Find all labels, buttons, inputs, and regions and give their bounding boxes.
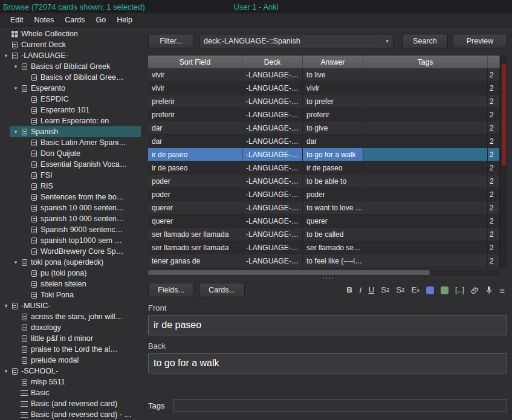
sidebar-item[interactable]: pu (toki pona) <box>0 268 141 279</box>
card-row[interactable]: tener ganas de-LANGUAGE-…to feel like (-… <box>148 254 500 268</box>
sidebar-item[interactable]: FSI <box>0 170 141 181</box>
menu-edit[interactable]: Edit <box>5 15 29 25</box>
card-row[interactable]: ser llamado ser llamada-LANGUAGE-…to be … <box>148 228 500 241</box>
splitter-handle[interactable] <box>148 276 507 280</box>
card-row[interactable]: ser llamado ser llamada-LANGUAGE-…ser ll… <box>148 241 500 254</box>
horizontal-scrollbar-thumb[interactable] <box>148 270 430 275</box>
field-input-back[interactable]: to go for a walk <box>148 353 507 373</box>
chevron-down-icon[interactable]: ▾ <box>381 34 393 48</box>
superscript-icon[interactable]: S2 <box>381 286 389 294</box>
sidebar-item[interactable]: prelude modal <box>0 355 141 366</box>
sidebar-item[interactable]: Basic <box>0 387 141 398</box>
card-row[interactable]: ir de paseo-LANGUAGE-…to go for a walk2 <box>148 148 500 161</box>
sidebar-item[interactable]: ▾Spanish <box>10 126 141 137</box>
card-row[interactable]: dar-LANGUAGE-…dar2 <box>148 135 500 148</box>
attach-icon[interactable] <box>471 286 479 294</box>
card-row[interactable]: ir de paseo-LANGUAGE-…ir de paseo2 <box>148 161 500 175</box>
text-color-icon[interactable] <box>426 286 434 294</box>
cloze-icon[interactable]: [..] <box>455 286 464 294</box>
chevron-down-icon[interactable]: ▾ <box>12 259 19 265</box>
chevron-down-icon[interactable]: ▾ <box>2 303 10 309</box>
cell-sort: querer <box>148 201 242 215</box>
tags-input[interactable] <box>173 399 507 412</box>
subscript-icon[interactable]: S2 <box>396 286 404 294</box>
sidebar-item[interactable]: ▾Esperanto <box>0 83 141 94</box>
sidebar-item[interactable]: Spanish 9000 sentenc… <box>0 224 141 235</box>
card-row[interactable]: vivir-LANGUAGE-…to live2 <box>148 68 500 82</box>
menu-cards[interactable]: Cards <box>59 15 90 25</box>
chevron-down-icon[interactable]: ▾ <box>2 53 10 59</box>
sidebar-item[interactable]: Esperanto 101 <box>0 105 141 115</box>
sidebar-item[interactable]: ▾toki pona (superdeck) <box>0 257 141 268</box>
horizontal-scrollbar[interactable] <box>148 270 500 276</box>
sidebar-item[interactable]: ▾-SCHOOL- <box>0 366 141 376</box>
chevron-down-icon[interactable]: ▾ <box>12 63 19 69</box>
column-header-deck[interactable]: Deck <box>242 56 303 68</box>
card-row[interactable]: vivir-LANGUAGE-…vivir2 <box>148 82 500 95</box>
card-row[interactable]: poder-LANGUAGE-…to be able to2 <box>148 175 500 188</box>
sidebar-item[interactable]: Whole Collection <box>0 28 141 39</box>
card-row[interactable]: dar-LANGUAGE-…to give2 <box>148 121 500 135</box>
sidebar-item[interactable]: Essential Spanish Voca… <box>0 159 141 170</box>
record-audio-icon[interactable] <box>485 286 493 294</box>
chevron-down-icon[interactable]: ▾ <box>12 85 19 91</box>
sidebar-item[interactable]: spanish 10 000 senten… <box>0 213 141 224</box>
sidebar-item[interactable]: Learn Esperanto: en <box>0 115 141 126</box>
cell-deck: -LANGUAGE-… <box>242 175 303 188</box>
menu-go[interactable]: Go <box>91 15 112 25</box>
bold-icon[interactable]: B <box>346 286 352 294</box>
sidebar-item[interactable]: ▾-LANGUAGE- <box>0 50 141 61</box>
menu-help[interactable]: Help <box>111 15 138 25</box>
column-header-sort-field[interactable]: Sort Field <box>148 56 242 68</box>
vertical-scrollbar-thumb[interactable] <box>502 64 506 166</box>
sidebar-item[interactable]: Basic Latin Amer Spani… <box>0 137 141 148</box>
card-row[interactable]: querer-LANGUAGE-…querer2 <box>148 215 500 228</box>
sidebar-item[interactable]: spanish 10 000 senten… <box>0 202 141 213</box>
sidebar-item[interactable]: spanish top1000 sem … <box>0 235 141 246</box>
column-header-due[interactable] <box>488 56 500 68</box>
sidebar-item[interactable]: Basic (and reversed card) - … <box>0 409 141 420</box>
sidebar-item[interactable]: Don Quijote <box>0 148 141 159</box>
sidebar-item[interactable]: little p&f in d minor <box>0 333 141 344</box>
sidebar-item[interactable]: sitelen sitelen <box>0 279 141 289</box>
sidebar-item[interactable]: ▾-MUSIC- <box>0 300 141 311</box>
italic-icon[interactable]: I <box>359 286 362 294</box>
sidebar-item[interactable]: mlsp 5511 <box>0 376 141 387</box>
sidebar-item[interactable]: WordBrewery Core Sp… <box>0 246 141 257</box>
search-combobox[interactable]: deck:-LANGUAGE-::Spanish ▾ <box>199 34 394 48</box>
sidebar-item[interactable]: ▾Basics of Biblical Greek <box>0 61 141 72</box>
sidebar-item[interactable]: Sentences from the bo… <box>0 192 141 202</box>
chevron-down-icon[interactable]: ▾ <box>2 368 10 374</box>
cards-button[interactable]: Cards... <box>199 283 245 297</box>
sidebar-item[interactable]: Basic (and reversed card) <box>0 398 141 409</box>
menu-notes[interactable]: Notes <box>29 15 60 25</box>
card-row[interactable]: querer-LANGUAGE-…to want to love …2 <box>148 201 500 215</box>
sidebar-item[interactable]: doxology <box>0 322 141 333</box>
cell-deck: -LANGUAGE-… <box>242 228 303 241</box>
sidebar-item[interactable]: Current Deck <box>0 39 141 50</box>
sidebar-item-label: Basic Latin Amer Spani… <box>41 138 126 147</box>
fields-button[interactable]: Fields... <box>148 283 194 297</box>
sidebar-item[interactable]: Basics of Biblical Gree… <box>0 72 141 83</box>
underline-icon[interactable]: U <box>369 286 375 294</box>
column-header-tags[interactable]: Tags <box>363 56 488 68</box>
card-row[interactable]: preferir-LANGUAGE-…to prefer2 <box>148 95 500 108</box>
more-options-icon[interactable]: ≡ <box>499 286 505 295</box>
column-header-answer[interactable]: Answer <box>303 56 363 68</box>
card-row[interactable]: preferir-LANGUAGE-…preferir2 <box>148 108 500 121</box>
sidebar-item[interactable]: ESPDIC <box>0 94 141 105</box>
sidebar-item[interactable]: RIS <box>0 181 141 192</box>
field-input-front[interactable]: ir de paseo <box>148 315 507 335</box>
highlight-color-icon[interactable] <box>441 286 449 294</box>
deck-icon <box>29 227 39 233</box>
filter-button[interactable]: Filter... <box>148 34 194 48</box>
search-button[interactable]: Search <box>402 34 448 48</box>
chevron-down-icon[interactable]: ▾ <box>12 129 19 135</box>
vertical-scrollbar[interactable] <box>500 56 507 268</box>
remove-formatting-icon[interactable]: Ex <box>411 286 420 294</box>
sidebar-item[interactable]: Toki Pona <box>0 289 141 300</box>
preview-button[interactable]: Preview <box>453 34 507 48</box>
card-row[interactable]: poder-LANGUAGE-…poder2 <box>148 188 500 201</box>
sidebar-item[interactable]: across the stars, john will… <box>0 311 141 322</box>
sidebar-item[interactable]: praise to the Lord the al… <box>0 344 141 355</box>
